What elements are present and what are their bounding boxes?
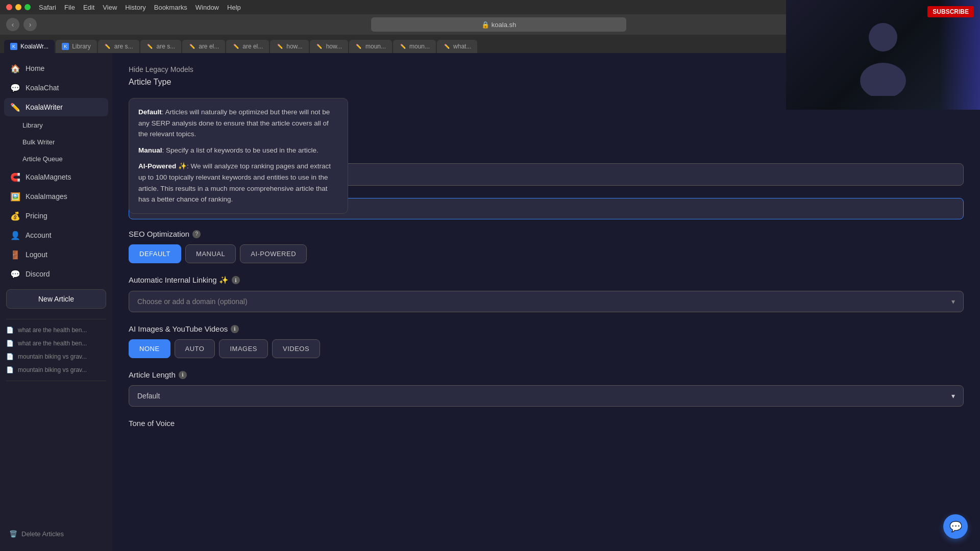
tab-4[interactable]: ✏️ are el... xyxy=(182,40,225,53)
tooltip-manual-desc: Specify a list of keywords to be used in… xyxy=(166,146,318,154)
chat-icon: 💬 xyxy=(949,520,962,533)
sidebar-label-article-queue: Article Queue xyxy=(22,155,63,163)
tab-favicon-pencil: ✏️ xyxy=(276,43,283,50)
ai-images-images-button[interactable]: IMAGES xyxy=(219,339,268,358)
seo-label-text: SEO Optimization xyxy=(129,230,189,238)
tab-library[interactable]: K Library xyxy=(56,40,97,53)
tab-5[interactable]: ✏️ are el... xyxy=(226,40,269,53)
menu-view[interactable]: View xyxy=(103,4,117,11)
sidebar: 🏠 Home 💬 KoalaChat ✏️ KoalaWriter Librar… xyxy=(0,53,112,551)
domain-placeholder-text: Choose or add a domain (optional) xyxy=(137,297,248,306)
tab-favicon-pencil: ✏️ xyxy=(316,43,323,50)
address-bar[interactable]: 🔒 koala.sh xyxy=(371,17,626,32)
trash-icon: 🗑️ xyxy=(9,530,17,538)
recent-article-4[interactable]: 📄 mountain biking vs grav... xyxy=(0,363,112,377)
menu-bookmarks[interactable]: Bookmarks xyxy=(154,4,187,11)
new-article-button[interactable]: New Article xyxy=(6,289,106,309)
tab-favicon-pencil: ✏️ xyxy=(443,43,450,50)
sidebar-item-koalamagnets[interactable]: 🧲 KoalaMagnets xyxy=(4,168,108,186)
menu-help[interactable]: Help xyxy=(227,4,241,11)
tab-10[interactable]: ✏️ what... xyxy=(437,40,477,53)
sidebar-item-koalaimages[interactable]: 🖼️ KoalaImages xyxy=(4,187,108,206)
sidebar-item-library[interactable]: Library xyxy=(4,117,108,133)
forward-button[interactable]: › xyxy=(23,18,37,31)
writer-icon: ✏️ xyxy=(10,102,20,112)
tab-label: are el... xyxy=(199,43,219,50)
home-icon: 🏠 xyxy=(10,63,20,73)
delete-section: 🗑️ Delete Articles xyxy=(0,523,112,545)
chat-button[interactable]: 💬 xyxy=(943,514,968,539)
sidebar-item-pricing[interactable]: 💰 Pricing xyxy=(4,207,108,225)
ai-images-button-group: NONE AUTO IMAGES VIDEOS xyxy=(129,339,964,358)
tab-9[interactable]: ✏️ moun... xyxy=(393,40,436,53)
tab-6[interactable]: ✏️ how... xyxy=(270,40,308,53)
menu-file[interactable]: File xyxy=(64,4,75,11)
tab-label: moun... xyxy=(409,43,430,50)
minimize-button[interactable] xyxy=(15,4,21,10)
tab-3[interactable]: ✏️ are s... xyxy=(140,40,182,53)
article-length-text: Article Length xyxy=(129,370,176,379)
auto-internal-section: Automatic Internal Linking ✨ ℹ Choose or… xyxy=(129,276,964,312)
sidebar-item-account[interactable]: 👤 Account xyxy=(4,226,108,244)
tab-label: KoalaWr... xyxy=(20,43,48,50)
delete-articles-button[interactable]: 🗑️ Delete Articles xyxy=(6,527,106,541)
tab-7[interactable]: ✏️ how... xyxy=(310,40,348,53)
doc-icon: 📄 xyxy=(6,327,14,334)
sidebar-label-home: Home xyxy=(26,64,44,72)
chevron-down-icon: ▾ xyxy=(951,392,955,400)
tab-2[interactable]: ✏️ are s... xyxy=(98,40,139,53)
auto-internal-text: Automatic Internal Linking ✨ xyxy=(129,276,229,285)
sidebar-item-bulk-writer[interactable]: Bulk Writer xyxy=(4,134,108,150)
auto-internal-info-icon[interactable]: ℹ xyxy=(232,276,240,284)
tooltip-popup: Default: Articles will naturally be opti… xyxy=(129,98,348,214)
sidebar-label-account: Account xyxy=(26,231,52,239)
close-button[interactable] xyxy=(6,4,12,10)
ai-images-info-icon[interactable]: ℹ xyxy=(231,325,239,333)
sidebar-item-koalawriter[interactable]: ✏️ KoalaWriter xyxy=(4,98,108,116)
menu-safari[interactable]: Safari xyxy=(39,4,56,11)
chat-icon: 💬 xyxy=(10,83,20,93)
sidebar-item-koalachat[interactable]: 💬 KoalaChat xyxy=(4,79,108,97)
ai-images-text: AI Images & YouTube Videos xyxy=(129,324,228,333)
magnets-icon: 🧲 xyxy=(10,172,20,182)
article-length-value: Default xyxy=(137,392,160,400)
menu-window[interactable]: Window xyxy=(195,4,219,11)
sidebar-item-logout[interactable]: 🚪 Logout xyxy=(4,245,108,264)
article-length-info-icon[interactable]: ℹ xyxy=(179,371,187,379)
seo-ai-powered-button[interactable]: AI-POWERED xyxy=(240,244,307,263)
back-button[interactable]: ‹ xyxy=(6,18,19,31)
ai-images-section: AI Images & YouTube Videos ℹ NONE AUTO I… xyxy=(129,324,964,358)
menu-history[interactable]: History xyxy=(125,4,145,11)
tab-8[interactable]: ✏️ moun... xyxy=(349,40,392,53)
seo-button-group: DEFAULT MANUAL AI-POWERED xyxy=(129,244,964,263)
chevron-down-icon: ▾ xyxy=(951,297,955,306)
seo-default-button[interactable]: DEFAULT xyxy=(129,244,181,263)
lock-icon: 🔒 xyxy=(481,21,489,29)
tab-label: Library xyxy=(72,43,91,50)
tab-favicon-pencil: ✏️ xyxy=(188,43,195,50)
recent-article-1[interactable]: 📄 what are the health ben... xyxy=(0,323,112,337)
tab-favicon-library: K xyxy=(62,43,69,50)
article-length-select[interactable]: Default ▾ xyxy=(129,385,964,407)
sidebar-label-library: Library xyxy=(22,121,43,129)
sidebar-item-article-queue[interactable]: Article Queue xyxy=(4,151,108,167)
sidebar-item-discord[interactable]: 💬 Discord xyxy=(4,265,108,283)
tab-koalawr[interactable]: K KoalaWr... xyxy=(4,40,55,53)
fullscreen-button[interactable] xyxy=(24,4,31,10)
main-content: Hide Legacy Models Article Type Default:… xyxy=(112,53,980,551)
sidebar-divider xyxy=(6,319,106,319)
sidebar-label-bulk-writer: Bulk Writer xyxy=(22,138,55,146)
video-content: SUBSCRIBE xyxy=(786,53,980,110)
ai-images-none-button[interactable]: NONE xyxy=(129,339,170,358)
domain-select[interactable]: Choose or add a domain (optional) ▾ xyxy=(129,291,964,312)
ai-images-auto-button[interactable]: AUTO xyxy=(175,339,215,358)
seo-manual-button[interactable]: MANUAL xyxy=(185,244,236,263)
recent-article-2[interactable]: 📄 what are the health ben... xyxy=(0,337,112,350)
doc-icon: 📄 xyxy=(6,353,14,360)
recent-article-3[interactable]: 📄 mountain biking vs grav... xyxy=(0,350,112,363)
recent-label: mountain biking vs grav... xyxy=(18,366,87,373)
menu-edit[interactable]: Edit xyxy=(83,4,94,11)
seo-info-icon[interactable]: ? xyxy=(192,230,201,238)
ai-images-videos-button[interactable]: VIDEOS xyxy=(272,339,320,358)
sidebar-item-home[interactable]: 🏠 Home xyxy=(4,59,108,78)
